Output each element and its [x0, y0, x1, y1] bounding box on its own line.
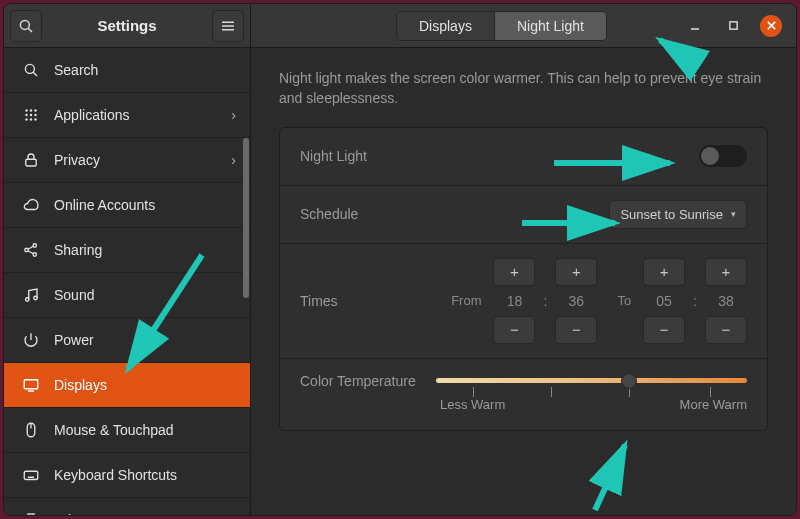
times-row: Times From + 18 − : + 36 − — [280, 244, 767, 359]
power-icon — [22, 331, 40, 349]
sidebar-item-search[interactable]: Search — [4, 48, 250, 93]
svg-point-17 — [25, 248, 28, 251]
to-min-plus[interactable]: + — [705, 258, 747, 286]
maximize-button[interactable] — [722, 15, 744, 37]
from-min-plus[interactable]: + — [555, 258, 597, 286]
to-min-value: 38 — [718, 289, 734, 313]
sidebar-item-label: Sound — [54, 287, 94, 303]
app-title: Settings — [97, 17, 156, 34]
to-hour-minus[interactable]: − — [643, 316, 685, 344]
schedule-label: Schedule — [300, 206, 358, 222]
svg-line-20 — [28, 246, 33, 249]
tab-displays[interactable]: Displays — [397, 12, 494, 40]
svg-point-12 — [34, 114, 36, 116]
night-light-label: Night Light — [300, 148, 367, 164]
to-hour-plus[interactable]: + — [643, 258, 685, 286]
to-hour-value: 05 — [656, 289, 672, 313]
sidebar-item-printers[interactable]: Printers — [4, 498, 250, 515]
apps-icon — [22, 106, 40, 124]
from-hour-plus[interactable]: + — [493, 258, 535, 286]
close-icon — [766, 20, 777, 31]
to-hour-stepper: + 05 − — [643, 258, 685, 344]
schedule-value: Sunset to Sunrise — [620, 207, 723, 222]
colon: : — [543, 259, 547, 343]
svg-line-1 — [28, 28, 32, 32]
main-header: Displays Night Light — [251, 4, 796, 48]
less-warm-label: Less Warm — [440, 397, 505, 412]
color-temp-slider[interactable] — [436, 373, 747, 389]
sidebar-item-power[interactable]: Power — [4, 318, 250, 363]
svg-point-15 — [34, 118, 36, 120]
svg-point-11 — [30, 114, 32, 116]
svg-point-14 — [30, 118, 32, 120]
main-panel: Displays Night Light Night light makes t… — [251, 4, 796, 515]
svg-point-5 — [25, 64, 34, 73]
more-warm-label: More Warm — [680, 397, 747, 412]
sidebar-item-online-accounts[interactable]: Online Accounts — [4, 183, 250, 228]
sidebar-item-label: Privacy — [54, 152, 100, 168]
minimize-button[interactable] — [684, 15, 706, 37]
times-group: From + 18 − : + 36 − To — [451, 258, 747, 344]
to-min-stepper: + 38 − — [705, 258, 747, 344]
sidebar: Settings SearchApplications›Privacy›Onli… — [4, 4, 251, 515]
sidebar-item-label: Search — [54, 62, 98, 78]
slider-thumb[interactable] — [621, 373, 637, 389]
svg-point-18 — [33, 244, 36, 247]
sidebar-item-displays[interactable]: Displays — [4, 363, 250, 408]
share-icon — [22, 241, 40, 259]
svg-point-8 — [30, 109, 32, 111]
sidebar-list: SearchApplications›Privacy›Online Accoun… — [4, 48, 250, 515]
from-hour-value: 18 — [507, 289, 523, 313]
svg-line-6 — [33, 72, 37, 76]
menu-button[interactable] — [212, 10, 244, 42]
svg-point-23 — [34, 296, 37, 299]
description-text: Night light makes the screen color warme… — [279, 68, 768, 109]
svg-point-13 — [25, 118, 27, 120]
slider-track — [436, 378, 747, 383]
close-button[interactable] — [760, 15, 782, 37]
sidebar-scrollbar[interactable] — [243, 138, 249, 298]
svg-point-10 — [25, 114, 27, 116]
svg-rect-34 — [28, 514, 34, 515]
lock-icon — [22, 151, 40, 169]
svg-point-22 — [26, 298, 29, 301]
sidebar-item-sharing[interactable]: Sharing — [4, 228, 250, 273]
tab-night-light[interactable]: Night Light — [494, 12, 606, 40]
sidebar-item-label: Displays — [54, 377, 107, 393]
times-label: Times — [300, 293, 338, 309]
sidebar-item-privacy[interactable]: Privacy› — [4, 138, 250, 183]
schedule-dropdown[interactable]: Sunset to Sunrise ▾ — [609, 200, 747, 229]
svg-point-9 — [34, 109, 36, 111]
color-temp-row: Color Temperature Less Warm — [280, 359, 767, 430]
search-button[interactable] — [10, 10, 42, 42]
night-light-toggle[interactable] — [699, 145, 747, 167]
sidebar-item-label: Power — [54, 332, 94, 348]
svg-rect-28 — [24, 471, 38, 479]
sidebar-item-applications[interactable]: Applications› — [4, 93, 250, 138]
content: Night light makes the screen color warme… — [251, 48, 796, 515]
colon: : — [693, 259, 697, 343]
from-min-value: 36 — [569, 289, 585, 313]
sidebar-item-keyboard-shortcuts[interactable]: Keyboard Shortcuts — [4, 453, 250, 498]
settings-card: Night Light Schedule Sunset to Sunrise ▾… — [279, 127, 768, 431]
svg-point-19 — [33, 253, 36, 256]
svg-point-0 — [20, 20, 29, 29]
sidebar-item-label: Online Accounts — [54, 197, 155, 213]
search-icon — [17, 17, 35, 35]
minimize-icon — [689, 20, 701, 32]
sidebar-item-mouse-touchpad[interactable]: Mouse & Touchpad — [4, 408, 250, 453]
view-tabs: Displays Night Light — [396, 11, 607, 41]
from-min-minus[interactable]: − — [555, 316, 597, 344]
display-icon — [22, 376, 40, 394]
sidebar-item-label: Printers — [54, 512, 102, 515]
from-hour-minus[interactable]: − — [493, 316, 535, 344]
to-label: To — [617, 293, 631, 308]
sidebar-item-label: Applications — [54, 107, 130, 123]
sidebar-item-sound[interactable]: Sound — [4, 273, 250, 318]
sidebar-header: Settings — [4, 4, 250, 48]
sidebar-item-label: Keyboard Shortcuts — [54, 467, 177, 483]
to-min-minus[interactable]: − — [705, 316, 747, 344]
slider-labels: Less Warm More Warm — [300, 397, 747, 412]
sidebar-item-label: Sharing — [54, 242, 102, 258]
color-temp-label: Color Temperature — [300, 373, 416, 389]
